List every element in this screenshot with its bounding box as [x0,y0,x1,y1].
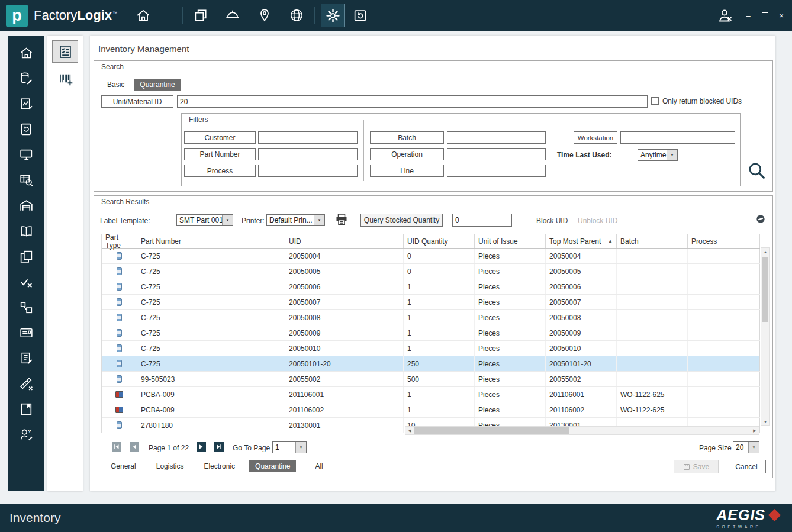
table-row[interactable]: C-725200500040Pieces20050004 [102,249,760,264]
scroll-right-icon[interactable]: ▶ [751,427,759,434]
save-button[interactable]: Save [674,460,719,473]
line-filter-input[interactable] [447,165,546,177]
tab-quarantine[interactable]: Quarantine [249,460,296,472]
workstation-filter-button[interactable]: Workstation [574,131,617,144]
time-last-used-select[interactable]: Anytime▼ [638,149,678,161]
line-filter-button[interactable]: Line [370,165,444,177]
search-button[interactable] [746,160,767,180]
sidebar-item-packaging[interactable] [13,399,39,419]
scroll-up-icon[interactable]: ▲ [761,248,770,256]
home-icon[interactable] [131,4,155,27]
sidebar-item-production-client[interactable] [13,144,39,165]
batch-filter-button[interactable]: Batch [370,131,444,144]
block-uid-button[interactable]: Block UID [536,217,568,225]
minimize-button[interactable]: – [743,11,753,20]
sidebar-item-work-instructions[interactable] [13,348,39,368]
layers-icon[interactable] [189,4,213,27]
maximize-button[interactable] [760,11,770,20]
goto-page-select[interactable]: 1▼ [272,441,307,453]
print-button[interactable] [334,212,349,227]
settings-gear-icon[interactable] [321,4,345,27]
table-row[interactable]: PCBA-0092011060011Pieces201106001WO-1122… [102,387,760,402]
last-page-button[interactable] [214,442,224,452]
tab-electronic[interactable]: Electronic [198,460,241,472]
globe-icon[interactable] [285,4,308,27]
next-page-button[interactable] [197,442,206,452]
query-stocked-quantity-button[interactable]: Query Stocked Quantity [360,214,443,227]
vertical-scroll-thumb[interactable] [762,257,768,322]
block-indicator-icon[interactable] [756,214,765,224]
horizontal-scrollbar[interactable]: ◀ ▶ [405,426,759,435]
location-pin-icon[interactable] [253,4,276,27]
stocked-quantity-input[interactable] [452,214,512,227]
table-row[interactable]: C-725200500050Pieces20050005 [102,264,760,279]
process-filter-button[interactable]: Process [184,165,256,177]
document-refresh-icon [19,122,34,137]
sidebar-item-verification[interactable] [13,272,39,292]
operation-filter-button[interactable]: Operation [370,148,444,160]
close-button[interactable]: × [777,11,786,20]
tab-quarantine-search[interactable]: Quarantine [134,79,181,91]
batch-filter-input[interactable] [447,131,546,144]
previous-page-button[interactable] [130,442,139,452]
part-number-filter-input[interactable] [258,148,358,160]
column-header-part-type[interactable]: Part Type [102,234,137,248]
dome-icon[interactable] [221,4,244,27]
scroll-down-icon[interactable]: ▼ [761,418,770,425]
vertical-scrollbar[interactable]: ▲ ▼ [761,247,770,426]
sidebar-item-material-transfer[interactable] [13,297,39,317]
first-page-button[interactable] [112,442,121,452]
scroll-left-icon[interactable]: ◀ [405,427,414,434]
blocked-uids-checkbox[interactable] [651,97,659,105]
history-icon[interactable] [348,4,372,27]
column-header-batch[interactable]: Batch [617,234,688,248]
table-row[interactable]: C-725200500091Pieces20050009 [102,325,760,341]
sidebar-item-lot-trace-query[interactable] [13,170,39,190]
assembly-part-icon [115,391,123,398]
column-header-top-most-parent[interactable]: Top Most Parent▲ [546,234,617,248]
printer-select[interactable]: Default Prin...▼ [266,214,325,226]
workstation-filter-input[interactable] [620,131,735,144]
unit-material-id-input[interactable] [177,95,648,108]
tab-all[interactable]: All [309,460,329,472]
sidebar-item-home[interactable] [13,43,39,63]
table-row[interactable]: 99-50502320055002500Pieces20055002 [102,372,760,387]
part-number-filter-button[interactable]: Part Number [184,148,256,160]
sidebar-item-product-engineering[interactable] [13,93,39,114]
column-header-uid[interactable]: UID [285,234,404,248]
label-template-select[interactable]: SMT Part 001▼ [176,214,233,226]
user-signout-icon[interactable] [713,4,736,27]
tab-general[interactable]: General [105,460,142,472]
column-header-part-number[interactable]: Part Number [137,234,285,248]
operation-filter-input[interactable] [447,148,546,160]
cancel-button[interactable]: Cancel [727,460,766,473]
process-filter-input[interactable] [258,165,358,177]
table-row[interactable]: C-725200500071Pieces20050007 [102,295,760,310]
sidebar-item-data-management[interactable] [13,68,39,88]
page-size-select[interactable]: 20▼ [733,441,759,453]
toolbox-item-inventory-list[interactable] [52,40,78,63]
horizontal-scroll-thumb[interactable] [414,427,569,434]
sidebar-item-revision-history[interactable] [13,119,39,139]
table-row[interactable]: C-72520050101-20250Pieces20050101-20 [102,356,760,372]
unblock-uid-button[interactable]: Unblock UID [578,217,617,225]
toolbox-item-barcode-add[interactable] [52,67,78,90]
table-row[interactable]: C-725200500101Pieces20050010 [102,341,760,356]
column-header-unit-of-issue[interactable]: Unit of Issue [475,234,546,248]
table-row[interactable]: C-725200500061Pieces20050006 [102,279,760,295]
unit-material-id-button[interactable]: Unit/Material ID [101,95,173,108]
sidebar-item-warehouse[interactable] [13,195,39,215]
sidebar-item-documentation[interactable] [13,221,39,241]
customer-filter-input[interactable] [258,131,358,144]
sidebar-item-copy-templates[interactable] [13,246,39,266]
column-header-uid-quantity[interactable]: UID Quantity [404,234,475,248]
tab-logistics[interactable]: Logistics [150,460,190,472]
sidebar-item-operator-support[interactable]: ? [13,424,39,444]
sidebar-item-design-tools[interactable] [13,373,39,394]
table-row[interactable]: C-725200500081Pieces20050008 [102,310,760,325]
column-header-process[interactable]: Process [688,234,760,248]
customer-filter-button[interactable]: Customer [184,131,256,144]
sidebar-item-id-card[interactable] [13,323,39,343]
table-row[interactable]: PCBA-0092011060021Pieces201106002WO-1122… [102,402,760,418]
tab-basic[interactable]: Basic [101,79,130,91]
